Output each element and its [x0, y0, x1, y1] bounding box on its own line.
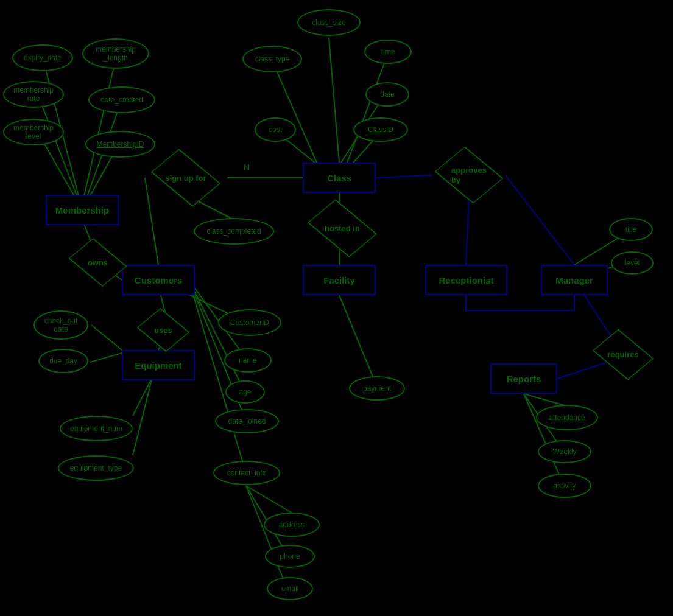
- attr-membership-rate: membershiprate: [3, 81, 64, 108]
- attr-class-size: class_size: [297, 9, 361, 36]
- svg-line-6: [329, 38, 339, 163]
- diamond-sign-up-for: sign up for: [146, 159, 225, 196]
- attr-class-id: ClassID: [353, 117, 408, 142]
- entity-customers: Customers: [122, 265, 195, 295]
- entity-facility: Facility: [303, 265, 376, 295]
- attr-class-completed: class_completed: [194, 218, 274, 245]
- attr-expiry-date: expiry_date: [12, 44, 73, 71]
- attr-date-joined: date_joined: [215, 409, 279, 433]
- entity-reports: Reports: [490, 363, 557, 394]
- attr-equipment-num: equipment_num: [60, 416, 133, 441]
- svg-line-40: [90, 353, 122, 362]
- attr-name: name: [224, 348, 272, 373]
- diamond-approves-by: approvesby: [432, 155, 506, 195]
- attr-email: email: [267, 577, 313, 600]
- entity-membership: Membership: [46, 195, 119, 225]
- svg-line-41: [339, 295, 378, 388]
- attr-title: title: [609, 218, 653, 241]
- attr-activity: activity: [538, 474, 591, 498]
- entity-class: Class: [303, 163, 376, 193]
- attr-attendance: attendance: [536, 405, 598, 430]
- attr-level: level: [611, 251, 654, 275]
- attr-address: address: [264, 513, 320, 537]
- attr-payment: payment: [349, 376, 405, 401]
- svg-line-34: [246, 486, 287, 590]
- attr-membership-length: membership_length: [82, 38, 149, 69]
- svg-text:N: N: [244, 163, 250, 172]
- attr-date-created: date_created: [88, 86, 155, 113]
- entity-equipment: Equipment: [122, 350, 195, 380]
- entity-receptionist: Receptionist: [425, 265, 507, 295]
- diamond-owns: owns: [66, 247, 130, 278]
- attr-weekly: Weekly: [538, 440, 591, 463]
- attr-age: age: [225, 380, 265, 404]
- svg-line-1: [82, 54, 117, 204]
- attr-customer-id: CustomerID: [218, 309, 281, 336]
- attr-time: time: [364, 40, 412, 64]
- attr-phone: phone: [265, 545, 315, 568]
- diamond-hosted-in: hosted in: [303, 210, 382, 247]
- svg-line-32: [246, 486, 292, 513]
- svg-line-31: [189, 280, 246, 474]
- svg-line-8: [347, 54, 388, 163]
- attr-contact-info: contact_info: [213, 461, 280, 485]
- attr-cost: cost: [255, 117, 296, 142]
- svg-line-7: [272, 61, 317, 163]
- diamond-uses: uses: [136, 315, 191, 345]
- svg-line-2: [38, 94, 82, 210]
- attr-equipment-type: equipment_type: [58, 455, 134, 481]
- svg-line-39: [91, 325, 122, 350]
- attr-check-out-date: check_outdate: [33, 310, 88, 340]
- entity-manager: Manager: [541, 265, 608, 295]
- attr-membership-level: membershiplevel: [3, 119, 64, 145]
- attr-due-day: due_day: [38, 349, 88, 373]
- attr-date: date: [365, 82, 409, 107]
- svg-line-17: [376, 175, 432, 178]
- er-diagram: N Membership Customers Class Facility Re…: [0, 0, 673, 616]
- svg-line-19: [506, 175, 574, 265]
- attr-membership-id: MembershipID: [85, 131, 155, 158]
- diamond-requires: requires: [590, 338, 657, 371]
- svg-line-29: [189, 280, 245, 392]
- attr-class-type: class_type: [242, 46, 302, 72]
- svg-line-18: [466, 194, 469, 265]
